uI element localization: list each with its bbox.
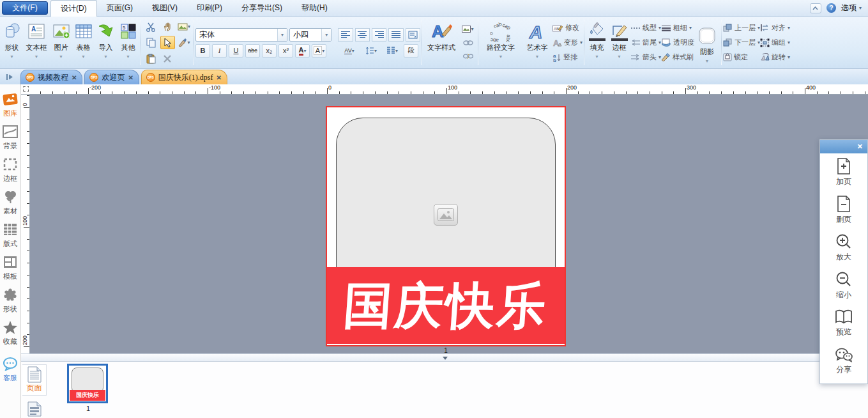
image-in-text-button[interactable]: ▾ xyxy=(461,24,475,35)
document-page[interactable]: 国庆快乐 xyxy=(327,107,565,345)
bring-forward-button[interactable]: 上一层 ▾ xyxy=(723,21,760,35)
design-canvas[interactable]: 国庆快乐 1 xyxy=(30,95,868,353)
align-objects-button[interactable]: 对齐 ▾ xyxy=(760,21,790,35)
arrow-tail-button[interactable]: 箭尾 ▾ xyxy=(630,36,661,50)
sidebar-item-shapes[interactable]: 形状 xyxy=(0,284,20,316)
font-color-button[interactable]: A ▾ xyxy=(295,44,310,58)
style-brush-button[interactable]: 样式刷 xyxy=(661,50,694,65)
sidebar-item-gallery[interactable]: 图库 xyxy=(0,88,20,121)
line-spacing-button[interactable]: ▾ xyxy=(362,44,381,58)
group-objects-button[interactable]: 编组 ▾ xyxy=(760,36,790,50)
rotate-button[interactable]: 旋转 ▾ xyxy=(760,50,790,65)
menu-help[interactable]: 帮助(H) xyxy=(292,0,337,16)
collapse-ribbon-button[interactable] xyxy=(810,3,821,13)
menu-file[interactable]: 文件(F) xyxy=(2,1,48,15)
arrow-head-button[interactable]: 箭头 ▾ xyxy=(630,50,661,65)
page-thumbnail-1[interactable]: 国庆快乐 xyxy=(67,364,108,403)
modify-button[interactable]: ABC 修改 xyxy=(552,21,582,35)
cut-button[interactable] xyxy=(144,20,158,33)
strikethrough-button[interactable]: abc xyxy=(245,44,260,58)
horizontal-scrollbar[interactable] xyxy=(21,353,868,362)
close-icon[interactable]: ✕ xyxy=(857,143,863,151)
delete-button[interactable] xyxy=(160,52,175,65)
scroll-down-arrow-icon[interactable] xyxy=(443,357,448,360)
tab-welcome[interactable]: DPS 欢迎页 ✕ xyxy=(84,70,139,84)
insert-shape-button[interactable]: 形状 ▼ xyxy=(1,18,23,67)
underline-button[interactable]: U xyxy=(229,44,243,58)
sidebar-item-border[interactable]: 边框 xyxy=(0,153,20,186)
tab-guoqing-document[interactable]: DPS 国庆快乐(1).dpsf ✕ xyxy=(141,70,227,84)
banner-shape[interactable]: 国庆快乐 xyxy=(327,267,565,344)
copy-button[interactable] xyxy=(144,36,158,49)
insert-image-button[interactable]: 图片 ▼ xyxy=(50,18,72,67)
share-button[interactable]: 分享 xyxy=(820,342,867,380)
preview-button[interactable]: 预览 xyxy=(820,304,867,342)
zoom-out-button[interactable]: 缩小 xyxy=(820,267,867,304)
options-button[interactable]: 选项 ▾ xyxy=(841,3,862,13)
line-type-button[interactable]: 线型 ▾ xyxy=(630,21,661,35)
image-placeholder[interactable] xyxy=(434,204,458,226)
sidebar-item-background[interactable]: 背景 xyxy=(0,121,20,153)
panel-header[interactable]: ✕ xyxy=(820,140,867,153)
menu-share-export[interactable]: 分享导出(S) xyxy=(232,0,292,16)
paste-button[interactable] xyxy=(144,52,158,65)
text-style-button[interactable]: A 文字样式 xyxy=(423,18,459,67)
import-button[interactable]: 导入 ▼ xyxy=(95,18,117,67)
pan-tool-button[interactable] xyxy=(160,20,175,33)
shadow-button[interactable]: 阴影 ▼ xyxy=(694,18,720,67)
align-right-button[interactable] xyxy=(372,28,386,42)
sidebar-item-layout[interactable]: 版式 xyxy=(0,219,20,251)
close-icon[interactable]: ✕ xyxy=(128,74,133,81)
weight-button[interactable]: 粗细 ▾ xyxy=(661,21,694,35)
align-justify-button[interactable] xyxy=(388,28,403,42)
sidebar-item-service[interactable]: 客服 xyxy=(0,353,20,385)
italic-button[interactable]: I xyxy=(212,44,227,58)
insert-textbox-button[interactable]: A 文本框 ▼ xyxy=(23,18,50,67)
close-icon[interactable]: ✕ xyxy=(216,74,221,81)
menu-design[interactable]: 设计(D) xyxy=(50,0,97,17)
sidebar-item-template[interactable]: 模板 xyxy=(0,251,20,284)
link-button[interactable] xyxy=(461,37,475,49)
transform-button[interactable]: A 变形 ▾ xyxy=(552,36,582,50)
sidebar-item-assets[interactable]: 素材 xyxy=(0,186,20,219)
word-art-button[interactable]: A 艺术字 ▼ xyxy=(522,18,552,67)
font-family-select[interactable]: 宋体 ▾ xyxy=(195,28,287,42)
menu-view[interactable]: 视图(V) xyxy=(142,0,187,16)
zoom-in-button[interactable]: 放大 xyxy=(820,229,867,267)
text-direction-button[interactable] xyxy=(406,28,420,42)
path-text-button[interactable]: cabcapabcabco 路径文字 ▼ xyxy=(480,18,522,67)
paragraph-button[interactable]: 段 xyxy=(404,44,418,58)
columns-button[interactable]: ▾ xyxy=(383,44,402,58)
insert-table-button[interactable]: 表格 ▼ xyxy=(72,18,95,67)
opacity-button[interactable]: 透明度 xyxy=(661,36,694,50)
unlink-button[interactable] xyxy=(461,50,475,62)
fill-button[interactable]: 填充 ▼ xyxy=(586,18,608,67)
menu-print[interactable]: 印刷(P) xyxy=(187,0,232,16)
align-center-button[interactable] xyxy=(355,28,370,42)
image-tool-button[interactable]: ▾ xyxy=(177,20,192,33)
pages-tab[interactable]: 页面 xyxy=(22,364,47,396)
outline-tab[interactable] xyxy=(22,401,47,417)
delete-page-button[interactable]: 删页 xyxy=(820,191,867,229)
character-spacing-button[interactable]: AV ▾ xyxy=(339,44,360,58)
help-icon[interactable]: ? xyxy=(826,3,836,13)
tab-video-tutorial[interactable]: DPS 视频教程 ✕ xyxy=(20,70,82,84)
format-painter-button[interactable]: ▾ xyxy=(177,36,192,49)
menu-page[interactable]: 页面(G) xyxy=(97,0,142,16)
superscript-button[interactable]: x² xyxy=(278,44,293,58)
send-backward-button[interactable]: 下一层 ▾ xyxy=(723,36,760,50)
bold-button[interactable]: B xyxy=(195,44,210,58)
vertical-text-button[interactable]: ab 竖排 xyxy=(552,50,582,65)
collapse-panel-button[interactable] xyxy=(1,70,18,83)
border-button[interactable]: 边框 ▼ xyxy=(608,18,630,67)
sidebar-item-favorites[interactable]: 收藏 xyxy=(0,316,20,349)
select-tool-button[interactable] xyxy=(160,36,175,49)
insert-other-button[interactable]: 5 其他 ▼ xyxy=(117,18,139,67)
lock-button[interactable]: 锁定 xyxy=(723,50,760,65)
highlight-color-button[interactable]: A ▾ xyxy=(312,44,326,58)
subscript-button[interactable]: x₂ xyxy=(262,44,277,58)
close-icon[interactable]: ✕ xyxy=(72,74,77,81)
add-page-button[interactable]: 加页 xyxy=(820,153,867,191)
align-left-button[interactable] xyxy=(338,28,353,42)
font-size-select[interactable]: 小四 ▾ xyxy=(289,28,331,42)
